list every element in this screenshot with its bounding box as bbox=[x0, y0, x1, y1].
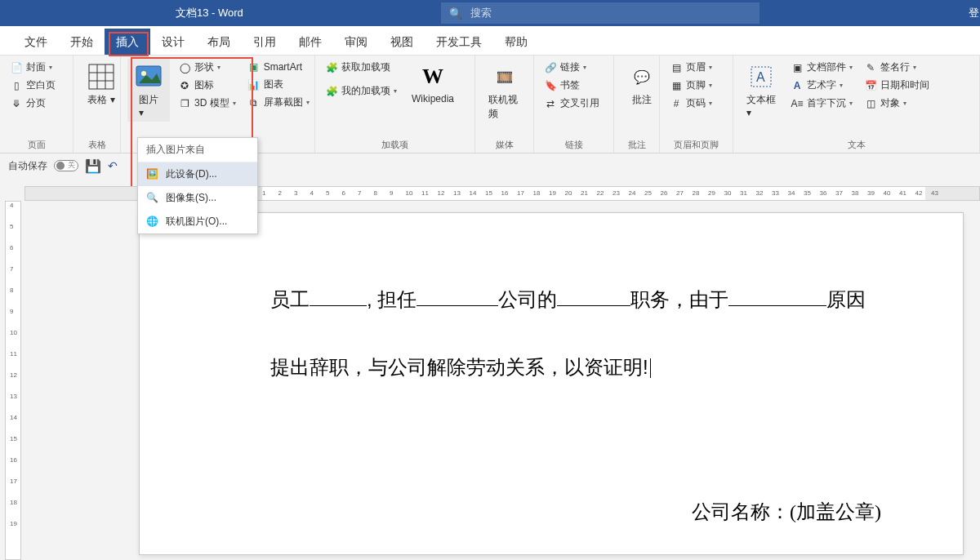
shapes-icon: ◯ bbox=[178, 61, 191, 74]
my-addins-button[interactable]: 🧩我的加载项▾ bbox=[322, 82, 400, 100]
tab-home[interactable]: 开始 bbox=[59, 29, 105, 55]
bookmark-icon: 🔖 bbox=[544, 79, 557, 92]
dropcap-icon: A≡ bbox=[791, 97, 804, 110]
page-break-icon: ⤋ bbox=[10, 97, 23, 110]
stock-images-icon: 🔍 bbox=[146, 192, 159, 205]
menu-item-stock-images[interactable]: 🔍图像集(S)... bbox=[138, 186, 257, 210]
chart-button[interactable]: 📊图表 bbox=[244, 76, 313, 93]
screenshot-button[interactable]: ⧉屏幕截图▾ bbox=[244, 94, 313, 111]
tab-references[interactable]: 引用 bbox=[242, 29, 287, 55]
screenshot-icon: ⧉ bbox=[247, 96, 261, 109]
group-label-headerfooter: 页眉和页脚 bbox=[666, 137, 726, 151]
object-icon: ◫ bbox=[864, 97, 877, 110]
group-label-pages: 页面 bbox=[7, 137, 66, 151]
tab-design[interactable]: 设计 bbox=[150, 29, 196, 55]
icons-button[interactable]: ✪图标 bbox=[175, 77, 239, 94]
icons-icon: ✪ bbox=[178, 79, 191, 92]
svg-rect-0 bbox=[89, 64, 114, 89]
menu-item-this-device[interactable]: 🖼️此设备(D)... bbox=[138, 162, 257, 186]
link-button[interactable]: 🔗链接▾ bbox=[541, 59, 607, 76]
bookmark-button[interactable]: 🔖书签 bbox=[541, 77, 607, 94]
table-icon bbox=[87, 62, 116, 91]
textbox-button[interactable]: A文本框▾ bbox=[740, 59, 782, 122]
document-footer-text: 公司名称：(加盖公章) bbox=[692, 499, 881, 525]
page-break-button[interactable]: ⤋分页 bbox=[7, 95, 66, 112]
tab-file[interactable]: 文件 bbox=[13, 29, 59, 55]
crossref-button[interactable]: ⇄交叉引用 bbox=[541, 95, 607, 112]
tab-insert[interactable]: 插入 bbox=[105, 29, 150, 55]
footer-icon: ▦ bbox=[670, 79, 683, 92]
smartart-button[interactable]: ▣SmartArt bbox=[244, 59, 313, 75]
online-pictures-icon: 🌐 bbox=[146, 216, 159, 229]
wordart-icon: A bbox=[791, 79, 804, 92]
search-placeholder: 搜索 bbox=[470, 6, 492, 20]
get-addins-button[interactable]: 🧩获取加载项 bbox=[322, 59, 400, 76]
pagenum-icon: # bbox=[670, 97, 683, 110]
cover-page-button[interactable]: 📄封面▾ bbox=[7, 59, 66, 76]
object-button[interactable]: ◫对象▾ bbox=[861, 95, 933, 112]
tab-layout[interactable]: 布局 bbox=[196, 29, 242, 55]
autosave-toggle[interactable]: 关 bbox=[54, 160, 78, 171]
autosave-label: 自动保存 bbox=[8, 159, 47, 173]
shapes-button[interactable]: ◯形状▾ bbox=[175, 59, 239, 76]
blank-position bbox=[557, 305, 630, 306]
tab-view[interactable]: 视图 bbox=[379, 29, 425, 55]
quick-access-toolbar: 自动保存 关 💾 ↶ bbox=[0, 155, 118, 176]
document-page[interactable]: 员工, 担任公司的职务，由于原因 提出辞职，与公司解除劳动关系，以资证明! 公司… bbox=[139, 212, 964, 555]
dropcap-button[interactable]: A≡首字下沉▾ bbox=[787, 95, 856, 112]
search-box[interactable]: 🔍 搜索 bbox=[441, 2, 760, 24]
addins-icon: 🧩 bbox=[325, 85, 338, 98]
insert-picture-menu: 插入图片来自 🖼️此设备(D)... 🔍图像集(S)... 🌐联机图片(O)..… bbox=[137, 137, 258, 234]
group-label-links: 链接 bbox=[541, 137, 607, 151]
signature-icon: ✎ bbox=[864, 61, 877, 74]
title-bar: 文档13 - Word 🔍 搜索 登 bbox=[0, 0, 980, 26]
ribbon-tabs: 文件 开始 插入 设计 布局 引用 邮件 审阅 视图 开发工具 帮助 bbox=[0, 26, 980, 56]
login-button[interactable]: 登 bbox=[968, 0, 980, 26]
cube-icon: ❒ bbox=[178, 97, 191, 110]
footer-button[interactable]: ▦页脚▾ bbox=[666, 77, 726, 94]
parts-icon: ▣ bbox=[791, 61, 804, 74]
wikipedia-button[interactable]: W Wikipedia bbox=[405, 59, 461, 108]
tab-developer[interactable]: 开发工具 bbox=[425, 29, 493, 55]
tab-review[interactable]: 审阅 bbox=[333, 29, 379, 55]
datetime-button[interactable]: 📅日期和时间 bbox=[861, 77, 933, 94]
blank-company bbox=[416, 305, 498, 306]
picture-icon bbox=[134, 62, 163, 91]
online-video-button[interactable]: 🎞️联机视频 bbox=[482, 59, 527, 124]
cover-page-icon: 📄 bbox=[10, 61, 23, 74]
group-label-media: 媒体 bbox=[482, 137, 527, 151]
svg-text:A: A bbox=[756, 70, 765, 84]
comment-button[interactable]: 💬批注 bbox=[621, 59, 663, 110]
table-button[interactable]: 表格 ▾ bbox=[80, 59, 122, 110]
wikipedia-icon: W bbox=[418, 62, 448, 91]
save-icon[interactable]: 💾 bbox=[85, 158, 101, 174]
comment-icon: 💬 bbox=[627, 62, 657, 91]
tab-mailings[interactable]: 邮件 bbox=[287, 29, 333, 55]
wordart-button[interactable]: A艺术字▾ bbox=[787, 77, 856, 94]
tab-help[interactable]: 帮助 bbox=[493, 29, 539, 55]
quickparts-button[interactable]: ▣文档部件▾ bbox=[787, 59, 856, 76]
blank-name bbox=[310, 305, 367, 306]
header-button[interactable]: ▤页眉▾ bbox=[666, 59, 726, 76]
document-title: 文档13 - Word bbox=[176, 6, 243, 20]
vertical-ruler[interactable]: 45678910111213141516171819 bbox=[5, 201, 21, 560]
signature-button[interactable]: ✎签名行▾ bbox=[861, 59, 933, 76]
undo-icon[interactable]: ↶ bbox=[108, 159, 118, 172]
document-body[interactable]: 员工, 担任公司的职务，由于原因 提出辞职，与公司解除劳动关系，以资证明! bbox=[140, 213, 963, 389]
textbox-icon: A bbox=[746, 62, 776, 91]
link-icon: 🔗 bbox=[544, 61, 557, 74]
text-cursor bbox=[650, 358, 651, 378]
search-icon: 🔍 bbox=[449, 7, 462, 20]
menu-item-online-pictures[interactable]: 🌐联机图片(O)... bbox=[138, 210, 257, 233]
smartart-icon: ▣ bbox=[247, 60, 261, 73]
group-label-comments: 批注 bbox=[621, 137, 653, 151]
calendar-icon: 📅 bbox=[864, 79, 877, 92]
picture-button[interactable]: 图片▾ bbox=[127, 59, 170, 122]
pagenum-button[interactable]: #页码▾ bbox=[666, 95, 726, 112]
group-label-addins: 加载项 bbox=[322, 137, 468, 151]
video-icon: 🎞️ bbox=[490, 62, 519, 91]
group-label-text: 文本 bbox=[740, 137, 973, 151]
store-icon: 🧩 bbox=[325, 61, 338, 74]
3d-model-button[interactable]: ❒3D 模型▾ bbox=[175, 95, 239, 112]
blank-page-button[interactable]: ▯空白页 bbox=[7, 77, 66, 94]
